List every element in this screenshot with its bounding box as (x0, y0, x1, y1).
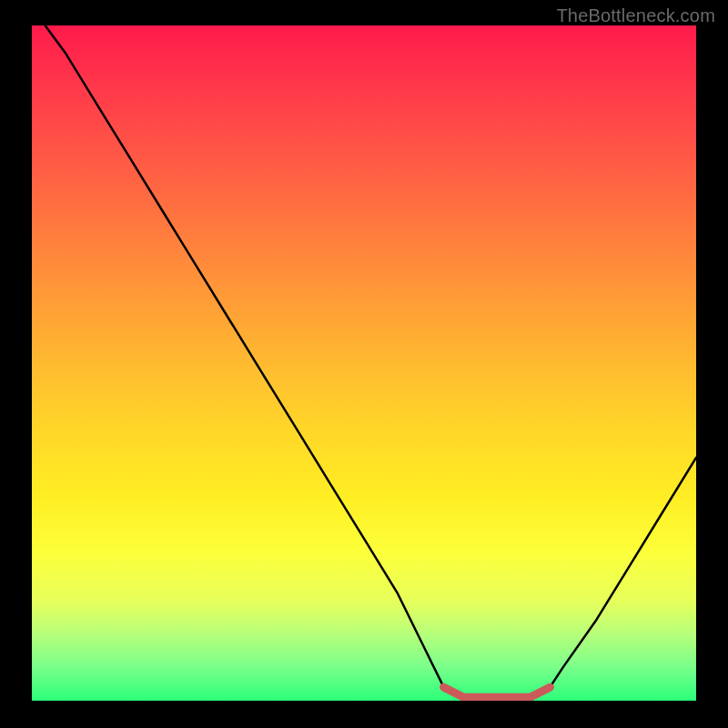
chart-frame: TheBottleneck.com (0, 0, 728, 728)
chart-svg (32, 25, 696, 701)
plot-area (32, 25, 696, 701)
series-bottleneck-curve (46, 25, 696, 701)
series-optimal-range (444, 687, 551, 697)
watermark-text: TheBottleneck.com (556, 5, 715, 26)
